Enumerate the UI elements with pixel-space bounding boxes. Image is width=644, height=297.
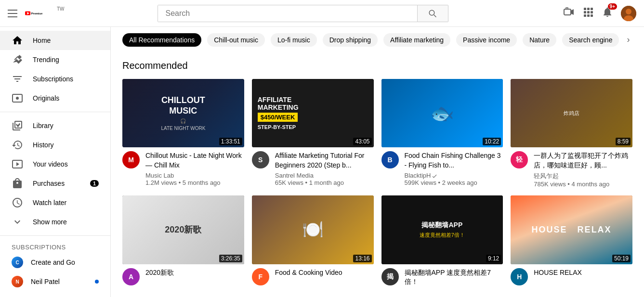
logo-country: TW xyxy=(57,6,65,12)
sidebar-item-purchases[interactable]: Purchases 1 xyxy=(0,174,110,193)
video-card-v3[interactable]: 🐟 10:22 B Food Chain Fishing Challenge 3… xyxy=(381,79,503,188)
video-card-v6[interactable]: 🍽️ 13:16 F Food & Cooking Video xyxy=(252,195,374,288)
hamburger-menu[interactable] xyxy=(8,10,17,17)
chip-affiliate[interactable]: Affiliate marketing xyxy=(383,33,450,47)
video-title[interactable]: 一群人为了监视罪犯开了个炸鸡店，哪知味道巨好，顾... xyxy=(534,151,632,170)
video-channel[interactable]: Santrel Media xyxy=(275,172,374,179)
header-left: Premium TW xyxy=(8,7,42,19)
video-duration: 50:19 xyxy=(612,255,631,262)
subscription-item-neilpatel[interactable]: N Neil Patel xyxy=(0,272,110,291)
video-card-v5[interactable]: 2020新歌 3:26:35 A 2020新歌 xyxy=(122,195,244,288)
channel-avatar[interactable]: B xyxy=(381,151,399,168)
search-input[interactable] xyxy=(158,5,417,22)
sidebar-item-your-videos[interactable]: Your videos xyxy=(0,155,110,174)
recommended-title: Recommended xyxy=(122,60,632,71)
video-title[interactable]: Affiliate Marketing Tutorial For Beginne… xyxy=(275,151,374,170)
sidebar-item-subscriptions[interactable]: Subscriptions xyxy=(0,69,110,89)
video-info: B Food Chain Fishing Challenge 3 - Flyin… xyxy=(381,151,503,186)
video-thumbnail[interactable]: 🐟 10:22 xyxy=(381,79,503,147)
video-duration: 10:22 xyxy=(483,138,501,145)
filter-scroll-right[interactable]: › xyxy=(625,33,631,47)
sidebar-purchases-label: Purchases xyxy=(33,180,80,187)
channel-avatar[interactable]: 轻 xyxy=(511,151,528,168)
video-card-v7[interactable]: 揭秘翻墙APP速度竟然相差7倍！ 9:12 揭 揭秘翻墙APP 速度竟然相差7倍… xyxy=(381,195,503,288)
video-card-v2[interactable]: AFFILIATEMARKETING$450/WEEKSTEP-BY-STEP … xyxy=(252,79,374,188)
search-button[interactable] xyxy=(418,5,448,22)
video-card-v1[interactable]: CHILLOUTMUSIC🎧LATE NIGHT WORK 1:33:51 M … xyxy=(122,79,244,188)
video-thumbnail[interactable]: 🍽️ 13:16 xyxy=(252,195,374,264)
sidebar-item-trending[interactable]: Trending xyxy=(0,50,110,69)
video-card-v4[interactable]: 炸鸡店 8:59 轻 一群人为了监视罪犯开了个炸鸡店，哪知味道巨好，顾... 轻… xyxy=(511,79,632,188)
svg-rect-14 xyxy=(591,11,593,13)
sidebar-item-library[interactable]: Library xyxy=(0,116,110,135)
video-duration: 1:33:51 xyxy=(219,138,242,145)
channel-avatar[interactable]: H xyxy=(511,268,528,285)
sidebar-divider-2 xyxy=(0,235,110,236)
chip-passive[interactable]: Passive income xyxy=(456,33,517,47)
video-thumbnail[interactable]: 炸鸡店 8:59 xyxy=(511,79,632,147)
purchases-badge: 1 xyxy=(90,180,99,187)
video-thumbnail[interactable]: CHILLOUTMUSIC🎧LATE NIGHT WORK 1:33:51 xyxy=(122,79,244,147)
video-meta: 599K views • 2 weeks ago xyxy=(405,179,503,186)
chip-chillout[interactable]: Chill-out music xyxy=(207,33,265,47)
channel-avatar[interactable]: A xyxy=(122,268,140,285)
channel-avatar[interactable]: 揭 xyxy=(381,268,399,285)
subscription-label-createandgo: Create and Go xyxy=(31,258,99,266)
sidebar-item-originals[interactable]: Originals xyxy=(0,89,110,108)
chip-dropshipping[interactable]: Drop shipping xyxy=(323,33,378,47)
sidebar-item-show-more[interactable]: Show more xyxy=(0,212,110,232)
subscription-avatar-neilpatel: N xyxy=(12,276,23,287)
chip-nature[interactable]: Nature xyxy=(523,33,556,47)
sidebar-item-home[interactable]: Home xyxy=(0,31,110,50)
header: Premium TW xyxy=(0,0,644,27)
video-channel[interactable]: Music Lab xyxy=(145,172,244,179)
video-title[interactable]: Food & Cooking Video xyxy=(275,268,374,278)
video-thumbnail[interactable]: 2020新歌 3:26:35 xyxy=(122,195,244,264)
subscription-new-dot xyxy=(95,280,99,284)
chip-searchengine[interactable]: Search engine xyxy=(562,33,619,47)
video-info: 揭 揭秘翻墙APP 速度竟然相差7倍！ xyxy=(381,268,503,289)
video-title[interactable]: Chillout Music - Late Night Work — Chill… xyxy=(145,151,244,170)
video-channel[interactable]: BlacktipH xyxy=(405,172,503,179)
video-duration: 43:05 xyxy=(353,138,371,145)
notification-badge: 9+ xyxy=(608,3,617,10)
create-video-button[interactable] xyxy=(563,6,575,20)
video-card-v8[interactable]: HOUSE RELAX 50:19 H HOUSE RELAX xyxy=(511,195,632,288)
video-thumbnail[interactable]: HOUSE RELAX 50:19 xyxy=(511,195,632,264)
subscription-item-createandgo[interactable]: C Create and Go xyxy=(0,253,110,272)
channel-avatar[interactable]: F xyxy=(252,268,269,285)
video-title[interactable]: 揭秘翻墙APP 速度竟然相差7倍！ xyxy=(405,268,503,287)
search-container xyxy=(158,5,448,22)
video-meta: 1.2M views • 5 months ago xyxy=(145,179,244,186)
svg-line-4 xyxy=(434,15,436,17)
logo[interactable]: Premium TW xyxy=(25,7,42,19)
subscription-avatar-createandgo: C xyxy=(12,257,23,268)
sidebar-divider-1 xyxy=(0,112,110,112)
video-channel[interactable]: 轻风乍起 xyxy=(534,172,632,181)
notifications-button[interactable]: 9+ xyxy=(602,6,613,20)
svg-rect-11 xyxy=(591,8,593,10)
video-thumbnail[interactable]: 揭秘翻墙APP速度竟然相差7倍！ 9:12 xyxy=(381,195,503,264)
user-avatar[interactable] xyxy=(621,6,636,21)
apps-grid-button[interactable] xyxy=(582,6,594,20)
chip-lofi[interactable]: Lo-fi music xyxy=(271,33,317,47)
video-info: F Food & Cooking Video xyxy=(252,268,374,285)
video-thumbnail[interactable]: AFFILIATEMARKETING$450/WEEKSTEP-BY-STEP … xyxy=(252,79,374,147)
sidebar-subscriptions-section: SUBSCRIPTIONS xyxy=(0,240,110,253)
video-title[interactable]: Food Chain Fishing Challenge 3 - Flying … xyxy=(405,151,503,170)
chevron-down-icon xyxy=(12,216,23,228)
video-details: Food Chain Fishing Challenge 3 - Flying … xyxy=(405,151,503,186)
video-title[interactable]: HOUSE RELAX xyxy=(534,268,632,278)
search-bar xyxy=(158,5,418,22)
svg-rect-5 xyxy=(564,9,571,15)
sidebar-item-watch-later[interactable]: Watch later xyxy=(0,193,110,212)
channel-avatar[interactable]: S xyxy=(252,151,269,168)
your-videos-icon xyxy=(12,158,23,170)
sidebar-item-history[interactable]: History xyxy=(0,135,110,155)
chip-all[interactable]: All Recommendations xyxy=(122,33,201,47)
subscriptions-icon xyxy=(12,73,23,85)
video-title[interactable]: 2020新歌 xyxy=(145,268,244,278)
svg-rect-12 xyxy=(584,11,586,13)
channel-avatar[interactable]: M xyxy=(122,151,140,168)
main-area: Home Trending Subscriptions Originals xyxy=(0,27,644,297)
